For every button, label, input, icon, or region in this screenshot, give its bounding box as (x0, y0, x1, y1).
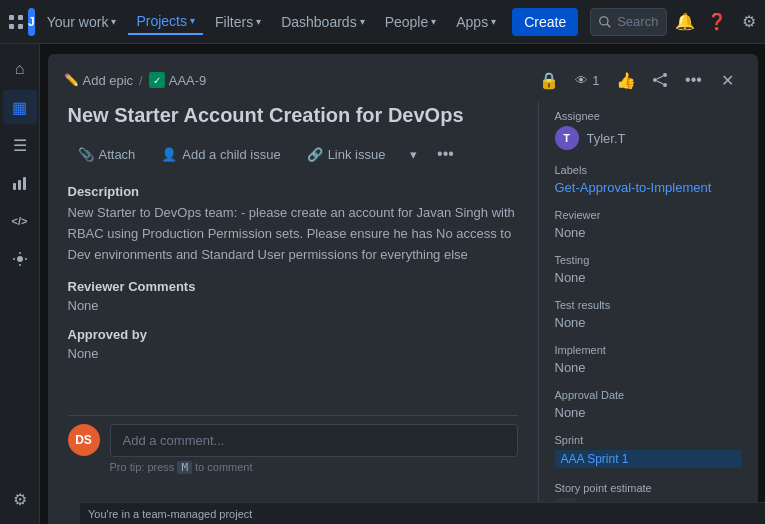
approval-date-value: None (555, 405, 742, 420)
svg-rect-7 (18, 180, 21, 190)
attach-button[interactable]: 📎 Attach (68, 142, 146, 167)
sidebar-home-icon[interactable]: ⌂ (3, 52, 37, 86)
close-icon[interactable]: ✕ (714, 66, 742, 94)
svg-point-10 (663, 73, 667, 77)
lock-icon[interactable]: 🔒 (535, 66, 563, 94)
issue-title: New Starter Account Creation for DevOps (68, 102, 518, 128)
sidebar-backlog-icon[interactable]: ☰ (3, 128, 37, 162)
reviewer-comments-label: Reviewer Comments (68, 279, 518, 294)
status-bar: You're in a team-managed project (80, 502, 765, 524)
help-icon[interactable]: ❓ (703, 8, 731, 36)
sidebar-settings-icon[interactable]: ⚙ (3, 482, 37, 516)
nav-projects[interactable]: Projects ▾ (128, 9, 203, 35)
nav-icon-group: 🔔 ❓ ⚙ (671, 8, 763, 36)
description-label: Description (68, 184, 518, 199)
assignee-value[interactable]: T Tyler.T (555, 126, 742, 150)
app-logo[interactable]: J (28, 8, 35, 36)
assignee-field: Assignee T Tyler.T (555, 110, 742, 150)
svg-rect-1 (18, 15, 23, 20)
description-text: New Starter to DevOps team: - please cre… (68, 203, 518, 265)
add-epic-link[interactable]: ✏️ Add epic (64, 73, 134, 88)
toolbar: 📎 Attach 👤 Add a child issue 🔗 Link issu… (68, 140, 518, 168)
nav-filters[interactable]: Filters ▾ (207, 10, 269, 34)
modal-overlay: ✏️ Add epic / ✓ AAA-9 🔒 👁 1 👍 (40, 44, 765, 524)
svg-point-12 (663, 83, 667, 87)
status-text: You're in a team-managed project (88, 508, 252, 520)
modal-body: New Starter Account Creation for DevOps … (48, 102, 758, 524)
grid-icon[interactable] (8, 8, 24, 36)
comment-input[interactable] (110, 424, 518, 457)
settings-icon[interactable]: ⚙ (735, 8, 763, 36)
nav-your-work[interactable]: Your work ▾ (39, 10, 125, 34)
svg-line-5 (607, 24, 610, 27)
modal-topbar: ✏️ Add epic / ✓ AAA-9 🔒 👁 1 👍 (48, 54, 758, 102)
reviewer-label: Reviewer (555, 209, 742, 221)
pro-tip: Pro tip: press M to comment (110, 461, 518, 474)
reviewer-value: None (555, 225, 742, 240)
toolbar-more-button[interactable]: ••• (431, 140, 459, 168)
ticket-id-link[interactable]: ✓ AAA-9 (149, 72, 207, 88)
chevron-down-icon: ▾ (111, 16, 116, 27)
comment-area: DS Pro tip: press M to comment (68, 415, 518, 478)
search-icon (599, 16, 611, 28)
right-panel: Assignee T Tyler.T Labels Get-Approval-t… (538, 102, 758, 524)
implement-label: Implement (555, 344, 742, 356)
svg-rect-8 (23, 177, 26, 190)
reviewer-comments-value: None (68, 298, 518, 313)
labels-label: Labels (555, 164, 742, 176)
edit-icon: ✏️ (64, 73, 79, 87)
labels-field: Labels Get-Approval-to-Implement (555, 164, 742, 195)
svg-point-9 (17, 256, 23, 262)
svg-rect-3 (18, 24, 23, 29)
nav-apps[interactable]: Apps ▾ (448, 10, 504, 34)
approved-by-section: Approved by None (68, 327, 518, 361)
testing-field: Testing None (555, 254, 742, 285)
svg-point-4 (600, 16, 608, 24)
test-results-field: Test results None (555, 299, 742, 330)
link-icon: 🔗 (307, 147, 323, 162)
sprint-value[interactable]: AAA Sprint 1 (555, 450, 742, 468)
breadcrumb: ✏️ Add epic / ✓ AAA-9 (64, 72, 207, 88)
sidebar-board-icon[interactable]: ▦ (3, 90, 37, 124)
implement-value: None (555, 360, 742, 375)
search-bar[interactable]: Search (590, 8, 667, 36)
sidebar-code-icon[interactable]: </> (3, 204, 37, 238)
create-button[interactable]: Create (512, 8, 578, 36)
more-icon[interactable]: ••• (680, 66, 708, 94)
svg-point-11 (653, 78, 657, 82)
testing-label: Testing (555, 254, 742, 266)
svg-rect-2 (9, 24, 14, 29)
svg-line-13 (657, 76, 663, 79)
reviewer-field: Reviewer None (555, 209, 742, 240)
add-child-issue-button[interactable]: 👤 Add a child issue (151, 142, 290, 167)
comment-input-wrap: Pro tip: press M to comment (110, 424, 518, 474)
sidebar-deploy-icon[interactable] (3, 242, 37, 276)
watch-button[interactable]: 👁 1 (569, 71, 605, 90)
chevron-down-icon: ▾ (360, 16, 365, 27)
implement-field: Implement None (555, 344, 742, 375)
chevron-down-icon: ▾ (431, 16, 436, 27)
labels-value[interactable]: Get-Approval-to-Implement (555, 180, 742, 195)
toolbar-dropdown-button[interactable]: ▾ (401, 142, 425, 166)
breadcrumb-separator: / (139, 73, 143, 88)
approval-date-field: Approval Date None (555, 389, 742, 420)
top-navigation: J Your work ▾ Projects ▾ Filters ▾ Dashb… (0, 0, 765, 44)
left-panel: New Starter Account Creation for DevOps … (48, 102, 538, 524)
link-issue-button[interactable]: 🔗 Link issue (297, 142, 396, 167)
test-results-value: None (555, 315, 742, 330)
nav-people[interactable]: People ▾ (377, 10, 445, 34)
issue-modal: ✏️ Add epic / ✓ AAA-9 🔒 👁 1 👍 (48, 54, 758, 524)
assignee-name: Tyler.T (587, 131, 626, 146)
story-point-label: Story point estimate (555, 482, 742, 494)
notifications-icon[interactable]: 🔔 (671, 8, 699, 36)
chevron-down-icon: ▾ (256, 16, 261, 27)
sidebar: ⌂ ▦ ☰ </> ⚙ (0, 44, 40, 524)
svg-rect-0 (9, 15, 14, 20)
sidebar-reports-icon[interactable] (3, 166, 37, 200)
user-avatar: DS (68, 424, 100, 456)
sprint-label: Sprint (555, 434, 742, 446)
share-icon[interactable] (646, 66, 674, 94)
main-content: ✏️ Add epic / ✓ AAA-9 🔒 👁 1 👍 (40, 44, 765, 524)
nav-dashboards[interactable]: Dashboards ▾ (273, 10, 373, 34)
thumbs-up-icon[interactable]: 👍 (612, 66, 640, 94)
